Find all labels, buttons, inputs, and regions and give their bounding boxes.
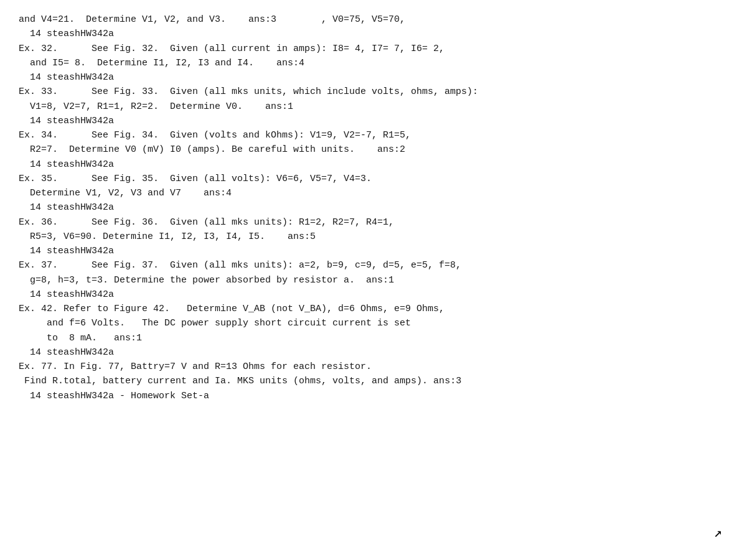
text-line: Determine V1, V2, V3 and V7 ans:4 (19, 186, 728, 200)
page-container: and V4=21. Determine V1, V2, and V3. ans… (0, 0, 747, 560)
text-line: and I5= 8. Determine I1, I2, I3 and I4. … (19, 56, 728, 70)
text-line: and V4=21. Determine V1, V2, and V3. ans… (19, 12, 728, 27)
text-line: 14 steashHW342a (19, 114, 728, 128)
text-line: Ex. 33. See Fig. 33. Given (all mks unit… (19, 85, 728, 99)
text-line: Ex. 32. See Fig. 32. Given (all current … (19, 42, 728, 56)
text-line: to 8 mA. ans:1 (19, 331, 728, 345)
text-line: g=8, h=3, t=3. Determine the power absor… (19, 273, 728, 287)
text-line: 14 steashHW342a (19, 287, 728, 302)
text-line: Ex. 36. See Fig. 36. Given (all mks unit… (19, 215, 728, 230)
text-line: 14 steashHW342a (19, 70, 728, 85)
cursor-arrow: ↗ (714, 525, 722, 541)
text-line: 14 steashHW342a (19, 200, 728, 215)
content-block: and V4=21. Determine V1, V2, and V3. ans… (19, 12, 728, 403)
text-line: 14 steashHW342a (19, 157, 728, 172)
text-line: Ex. 42. Refer to Figure 42. Determine V_… (19, 302, 728, 316)
text-line: Ex. 35. See Fig. 35. Given (all volts): … (19, 172, 728, 186)
text-line: Ex. 37. See Fig. 37. Given (all mks unit… (19, 258, 728, 273)
text-line: Find R.total, battery current and Ia. MK… (19, 374, 728, 388)
text-line: V1=8, V2=7, R1=1, R2=2. Determine V0. an… (19, 100, 728, 114)
text-line: 14 steashHW342a (19, 345, 728, 360)
text-line: Ex. 77. In Fig. 77, Battry=7 V and R=13 … (19, 360, 728, 374)
text-line: and f=6 Volts. The DC power supply short… (19, 316, 728, 330)
text-line: R2=7. Determine V0 (mV) I0 (amps). Be ca… (19, 142, 728, 157)
text-line: 14 steashHW342a - Homework Set-a (19, 389, 728, 403)
text-line: 14 steashHW342a (19, 27, 728, 41)
text-line: Ex. 34. See Fig. 34. Given (volts and kO… (19, 128, 728, 142)
text-line: R5=3, V6=90. Determine I1, I2, I3, I4, I… (19, 230, 728, 244)
text-line: 14 steashHW342a (19, 244, 728, 258)
